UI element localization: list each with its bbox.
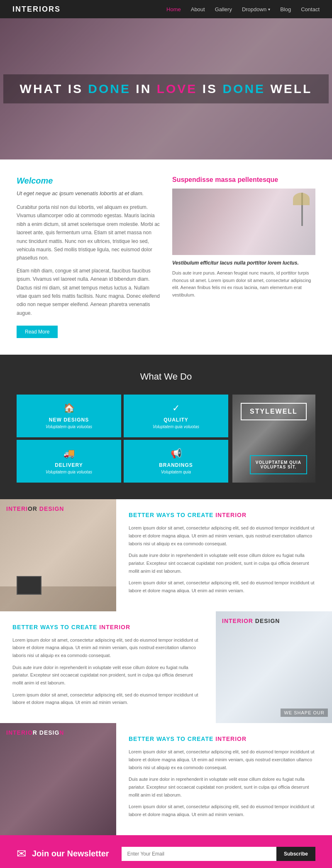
what-card-delivery[interactable]: 🚚 DELIVERY Voluptatem quia voluotas [17, 440, 121, 483]
feature-body1-3: Lorem ipsum dolor sit amet, consectetur … [129, 748, 320, 771]
hero-accent2: LOVE [157, 82, 198, 96]
what-card-quality[interactable]: ✓ QUALITY Voluptatem quia voluotas [124, 395, 228, 437]
nav-home[interactable]: Home [166, 6, 181, 12]
nav-contact[interactable]: Contact [301, 6, 320, 12]
hero-text-part4: WELL [265, 82, 312, 96]
suspendisse-caption: Vestibulum efficitur lacus nulla porttit… [172, 259, 315, 267]
what-we-do-section: What We Do 🏠 NEW DESIGNS Voluptatem quia… [0, 355, 332, 499]
what-cards: 🏠 NEW DESIGNS Voluptatem quia voluotas ✓… [17, 395, 228, 483]
hero-accent1: DONE [88, 82, 131, 96]
quality-sub: Voluptatem quia voluotas [128, 424, 224, 429]
feature-row-1: INTERIOR DESIGN BETTER WAYS TO CREATE IN… [0, 499, 332, 611]
feature-title-3: BETTER WAYS TO CREATE INTERIOR [129, 736, 320, 742]
new-designs-sub: Voluptatem quia voluotas [21, 424, 117, 429]
voluptatem-box: VOLUPTATEM QUIAVOLUPTAS SIT. [250, 455, 307, 474]
newsletter-section: ✉ Join our Newsletter Subscribe [0, 835, 332, 868]
nav-gallery[interactable]: Gallery [215, 6, 232, 12]
feature-body2-3: Duis aute irure dolor in reprehenderit i… [129, 775, 320, 799]
welcome-right: Suspendisse massa pellentesque Vestibulu… [172, 176, 315, 338]
feature-body3-3: Lorem ipsum dolor sit amet, consectetur … [129, 803, 320, 818]
what-right-overlay: STYLEWELL VOLUPTATEM QUIAVOLUPTAS SIT. [232, 395, 315, 483]
feature-title-1: BETTER WAYS TO CREATE INTERIOR [129, 512, 320, 518]
feature-title-2: BETTER WAYS TO CREATE INTERIOR [12, 624, 203, 630]
new-designs-title: NEW DESIGNS [21, 417, 117, 423]
feature-body1-1: Lorem ipsum dolor sit amet, consectetur … [129, 524, 320, 547]
newsletter-subscribe-button[interactable]: Subscribe [276, 847, 315, 861]
quality-title: QUALITY [128, 417, 224, 423]
feature-image-1: INTERIOR DESIGN [0, 499, 116, 611]
feature-body3-1: Lorem ipsum dolor sit amet, consectetur … [129, 579, 320, 594]
feature-img-label-2: INTERIOR DESIGN [222, 618, 280, 624]
suspendisse-title: Suspendisse massa pellentesque [172, 176, 315, 184]
read-more-button[interactable]: Read More [17, 326, 58, 338]
what-card-new-designs[interactable]: 🏠 NEW DESIGNS Voluptatem quia voluotas [17, 395, 121, 437]
new-designs-icon: 🏠 [21, 403, 117, 414]
feature-row-2: BETTER WAYS TO CREATE INTERIOR Lorem ips… [0, 611, 332, 723]
hero-headline: WHAT IS DONE IN LOVE IS DONE WELL [20, 82, 312, 96]
feature-body2-1: Duis aute irure dolor in reprehenderit i… [129, 552, 320, 575]
feature-image-3: INTERIOR DESIGN [0, 723, 116, 835]
feature-body2-2: Duis aute irure dolor in reprehenderit i… [12, 664, 203, 687]
feature-content-2: BETTER WAYS TO CREATE INTERIOR Lorem ips… [0, 611, 216, 723]
welcome-section: Welcome Ut eget neque ac ipsum venenatis… [0, 159, 332, 355]
brandings-icon: 📢 [128, 448, 224, 459]
welcome-left: Welcome Ut eget neque ac ipsum venenatis… [17, 176, 160, 338]
navbar: INTERIORS Home About Gallery Dropdown ▾ … [0, 0, 332, 18]
newsletter-icon: ✉ [17, 847, 26, 861]
site-logo: INTERIORS [12, 5, 166, 14]
welcome-subtitle: Ut eget neque ac ipsum venenatis loborti… [17, 189, 160, 198]
what-right-image: STYLEWELL VOLUPTATEM QUIAVOLUPTAS SIT. [232, 395, 315, 483]
nav-blog[interactable]: Blog [280, 6, 291, 12]
newsletter-left: ✉ Join our Newsletter [17, 847, 109, 861]
stylewell-label: STYLEWELL [241, 403, 307, 420]
nav-dropdown[interactable]: Dropdown ▾ [242, 6, 270, 12]
feature-body3-2: Lorem ipsum dolor sit amet, consectetur … [12, 691, 203, 706]
nav-about[interactable]: About [191, 6, 205, 12]
feature-img-sublabel-2: WE SHAPE OUR [281, 709, 328, 717]
newsletter-form: Subscribe [122, 847, 315, 861]
newsletter-email-input[interactable] [122, 847, 276, 861]
feature-image-2: INTERIOR DESIGN WE SHAPE OUR [216, 611, 332, 723]
feature-body1-2: Lorem ipsum dolor sit amet, consectetur … [12, 636, 203, 660]
welcome-body1: Curabitur porta nisl non dui lobortis, v… [17, 203, 160, 262]
feature-img-label-1: INTERIOR DESIGN [6, 505, 64, 512]
what-grid: 🏠 NEW DESIGNS Voluptatem quia voluotas ✓… [17, 395, 315, 483]
nav-links: Home About Gallery Dropdown ▾ Blog Conta… [166, 6, 320, 12]
feature-content-1: BETTER WAYS TO CREATE INTERIOR Lorem ips… [116, 499, 332, 611]
brandings-sub: Voluptatem quia [128, 470, 224, 474]
hero-text-part3: IS [197, 82, 222, 96]
brandings-title: BRANDINGS [128, 462, 224, 468]
hero-accent3: DONE [222, 82, 265, 96]
feature-content-3: BETTER WAYS TO CREATE INTERIOR Lorem ips… [116, 723, 332, 835]
suspendisse-body: Duis aute irure purus. Aenean feugiat nu… [172, 270, 315, 299]
suspendisse-image [172, 189, 315, 255]
quality-icon: ✓ [128, 403, 224, 414]
feature-img-label-3: INTERIOR DESIGN [6, 729, 64, 736]
what-we-do-title: What We Do [17, 371, 315, 382]
what-card-brandings[interactable]: 📢 BRANDINGS Voluptatem quia [124, 440, 228, 483]
hero-text-part1: WHAT IS [20, 82, 88, 96]
hero-text-part2: IN [131, 82, 157, 96]
welcome-title: Welcome [17, 176, 160, 186]
feature-row-3: INTERIOR DESIGN BETTER WAYS TO CREATE IN… [0, 723, 332, 835]
chevron-down-icon: ▾ [268, 7, 270, 12]
welcome-body2: Etiam nibh diam, congue sit amet placera… [17, 267, 160, 317]
delivery-sub: Voluptatem quia voluotas [21, 470, 117, 474]
delivery-icon: 🚚 [21, 448, 117, 459]
newsletter-title: Join our Newsletter [32, 849, 109, 858]
hero-section: WHAT IS DONE IN LOVE IS DONE WELL [0, 18, 332, 159]
delivery-title: DELIVERY [21, 462, 117, 468]
hero-text-box: WHAT IS DONE IN LOVE IS DONE WELL [3, 74, 329, 103]
